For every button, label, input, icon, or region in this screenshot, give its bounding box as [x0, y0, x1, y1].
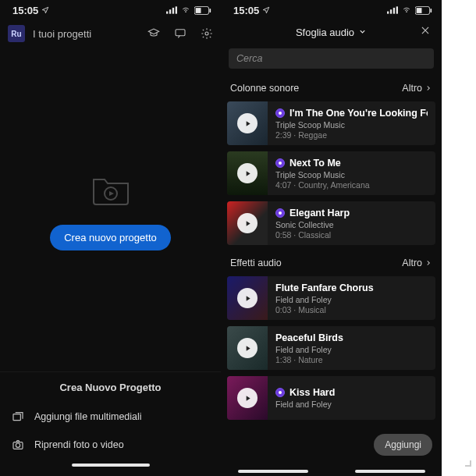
audio-track-row[interactable]: Next To MeTriple Scoop Music4:07 · Count…	[227, 151, 435, 195]
media-stack-icon	[11, 410, 25, 423]
statusbar-time: 15:05	[12, 5, 38, 16]
location-icon	[262, 6, 270, 14]
track-title: I'm The One You're Looking For	[275, 108, 428, 119]
play-icon[interactable]	[237, 163, 258, 183]
svg-rect-16	[393, 8, 395, 14]
play-icon[interactable]	[237, 338, 258, 358]
section-header: Colonne sonoreAltro	[221, 76, 442, 101]
track-thumbnail[interactable]	[227, 201, 268, 245]
play-icon[interactable]	[237, 288, 258, 308]
svg-rect-3	[176, 6, 177, 13]
sheet-item-label: Aggiungi file multimediali	[34, 411, 142, 422]
signal-icon	[387, 6, 398, 14]
empty-state: Crea nuovo progetto	[0, 48, 221, 371]
section-title: Effetti audio	[230, 258, 282, 268]
track-thumbnail[interactable]	[227, 376, 268, 420]
audio-header: Sfoglia audio	[221, 19, 442, 45]
app-badge: Ru	[8, 25, 25, 42]
close-icon[interactable]	[420, 25, 431, 38]
track-artist: Field and Foley	[275, 400, 428, 409]
play-icon[interactable]	[237, 213, 258, 233]
track-title: Peaceful Birds	[275, 332, 428, 343]
track-artist: Field and Foley	[275, 345, 428, 354]
home-indicator-row	[221, 470, 442, 473]
section-header: Effetti audioAltro	[221, 251, 442, 276]
svg-rect-6	[196, 8, 201, 13]
camera-icon	[11, 439, 25, 451]
track-thumbnail[interactable]	[227, 101, 268, 145]
home-indicator	[72, 464, 150, 467]
track-meta: 2:39 · Reggae	[275, 130, 428, 140]
audio-track-row[interactable]: Kiss HardField and Foley	[227, 376, 435, 420]
search-input[interactable]: Cerca	[229, 48, 434, 69]
sheet-item-capture[interactable]: Riprendi foto o video	[0, 431, 221, 459]
play-icon[interactable]	[237, 388, 258, 408]
search-placeholder: Cerca	[236, 53, 262, 64]
create-project-button[interactable]: Crea nuovo progetto	[50, 225, 171, 250]
play-icon[interactable]	[237, 113, 258, 133]
track-thumbnail[interactable]	[227, 151, 268, 195]
track-artist: Triple Scoop Music	[275, 170, 428, 179]
audio-header-title: Sfoglia audio	[296, 27, 354, 38]
add-button[interactable]: Aggiungi	[374, 434, 432, 456]
track-artist: Sonic Collective	[275, 220, 428, 229]
track-thumbnail[interactable]	[227, 276, 268, 320]
projects-title: I tuoi progetti	[33, 28, 140, 40]
location-icon	[41, 6, 49, 14]
feedback-icon[interactable]	[174, 27, 186, 40]
phone-audio-browser: 15:05 Sfoglia audio	[221, 0, 442, 476]
svg-point-13	[16, 443, 20, 447]
sheet-item-label: Riprendi foto o video	[34, 439, 124, 450]
audio-track-row[interactable]: Peaceful BirdsField and Foley1:38 · Natu…	[227, 326, 435, 370]
track-title: Elegant Harp	[275, 208, 428, 218]
track-thumbnail[interactable]	[227, 326, 268, 370]
track-meta: 0:03 · Musical	[275, 305, 428, 314]
track-info: Kiss HardField and Foley	[268, 382, 435, 414]
audio-track-row[interactable]: I'm The One You're Looking ForTriple Sco…	[227, 101, 435, 145]
svg-rect-2	[172, 8, 174, 14]
phone-projects: 15:05 Ru I tuoi progetti	[0, 0, 221, 476]
svg-rect-14	[387, 12, 389, 14]
chevron-down-icon	[358, 27, 367, 38]
track-info: I'm The One You're Looking ForTriple Sco…	[268, 103, 435, 144]
section-more-link[interactable]: Altro	[402, 83, 432, 94]
sheet-item-add-media[interactable]: Aggiungi file multimediali	[0, 403, 221, 431]
section-more-link[interactable]: Altro	[402, 258, 432, 268]
svg-rect-0	[166, 12, 168, 14]
battery-icon	[194, 6, 211, 15]
track-title: Kiss Hard	[275, 387, 428, 398]
track-meta: 4:07 · Country, Americana	[275, 180, 428, 190]
signal-icon	[166, 6, 177, 14]
svg-point-9	[205, 32, 208, 35]
status-bar: 15:05	[0, 0, 221, 19]
audio-track-row[interactable]: Elegant HarpSonic Collective0:58 · Class…	[227, 201, 435, 245]
resize-handle-icon	[465, 460, 471, 467]
browse-audio-dropdown[interactable]: Sfoglia audio	[296, 27, 367, 38]
track-title: Flute Fanfare Chorus	[275, 282, 428, 293]
track-artist: Triple Scoop Music	[275, 120, 428, 130]
track-meta: 1:38 · Nature	[275, 355, 428, 364]
blank-area	[442, 0, 476, 476]
track-artist: Field and Foley	[275, 295, 428, 304]
svg-rect-7	[209, 8, 211, 12]
sheet-title: Crea Nuovo Progetto	[0, 382, 221, 403]
gear-icon[interactable]	[201, 27, 213, 40]
premium-dot-icon	[275, 108, 285, 118]
track-info: Flute Fanfare ChorusField and Foley0:03 …	[268, 278, 435, 319]
wifi-icon	[401, 6, 412, 14]
folder-play-icon	[89, 170, 133, 211]
section-title: Colonne sonore	[230, 83, 299, 94]
svg-point-4	[186, 12, 186, 12]
audio-sections: Colonne sonoreAltro I'm The One You're L…	[221, 76, 442, 426]
battery-icon	[415, 6, 432, 15]
svg-rect-1	[169, 9, 171, 13]
premium-dot-icon	[275, 208, 285, 218]
audio-track-row[interactable]: Flute Fanfare ChorusField and Foley0:03 …	[227, 276, 435, 320]
learn-icon[interactable]	[147, 27, 160, 40]
svg-rect-15	[390, 9, 392, 13]
statusbar-time: 15:05	[233, 5, 259, 16]
track-title: Next To Me	[275, 158, 428, 169]
track-info: Peaceful BirdsField and Foley1:38 · Natu…	[268, 328, 435, 369]
premium-dot-icon	[275, 388, 285, 397]
svg-rect-21	[430, 8, 432, 12]
